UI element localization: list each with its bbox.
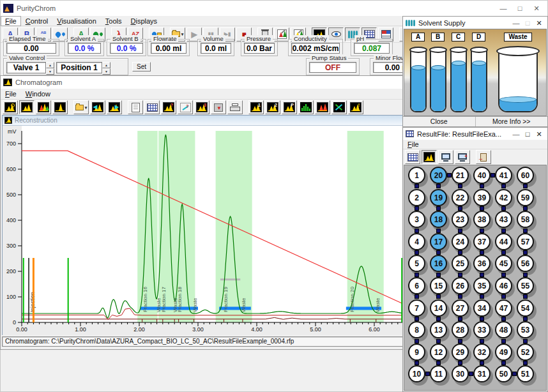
next-chromatogram-button[interactable]: ▶ — [107, 100, 122, 114]
menu-tools[interactable]: Tools — [101, 16, 126, 26]
well-14[interactable]: 14 — [430, 299, 447, 317]
well-6[interactable]: 6 — [408, 277, 425, 294]
well-3[interactable]: 3 — [408, 211, 425, 228]
well-42[interactable]: 42 — [495, 189, 512, 206]
view-preset-1-button[interactable]: 1 — [248, 100, 264, 114]
reconstruction-chart[interactable]: 0100200300400500600700mV0.001.002.003.00… — [3, 126, 407, 335]
well-19[interactable]: 19 — [430, 189, 447, 206]
well-13[interactable]: 13 — [430, 321, 447, 338]
well-23[interactable]: 23 — [452, 211, 469, 228]
resultfile-close-button[interactable]: ✕ — [533, 128, 545, 140]
menu-visualisation[interactable]: Visualisation — [52, 16, 101, 26]
time-axis-display-button[interactable] — [3, 100, 18, 114]
well-55[interactable]: 55 — [517, 277, 534, 294]
well-27[interactable]: 27 — [452, 299, 469, 317]
solvent-maximize-button[interactable]: □ — [522, 17, 533, 29]
well-39[interactable]: 39 — [473, 189, 491, 206]
valve-position-select[interactable]: Position 1 — [56, 62, 102, 73]
open-chromatogram-button[interactable]: ▾ — [73, 100, 89, 114]
previous-chromatogram-button[interactable]: ◀ — [90, 100, 105, 114]
resultfile-maximize-button[interactable]: □ — [522, 128, 533, 140]
well-44[interactable]: 44 — [495, 233, 512, 250]
well-32[interactable]: 32 — [473, 343, 491, 361]
well-18[interactable]: 18 — [430, 211, 447, 228]
well-4[interactable]: 4 — [408, 233, 425, 250]
well-43[interactable]: 43 — [495, 211, 512, 228]
well-24[interactable]: 24 — [452, 233, 469, 250]
baseline-display-button[interactable]: ! — [348, 100, 363, 114]
calibration-help-button[interactable]: ? — [178, 100, 193, 114]
well-60[interactable]: 60 — [517, 167, 534, 184]
well-8[interactable]: 8 — [408, 321, 425, 338]
exit-resultfile-button[interactable]: → — [476, 150, 491, 164]
solvent-close-action[interactable]: Close — [403, 117, 476, 126]
well-38[interactable]: 38 — [473, 211, 491, 228]
well-58[interactable]: 58 — [517, 211, 534, 228]
well-35[interactable]: 35 — [473, 277, 491, 294]
menu-file[interactable]: File — [403, 139, 423, 149]
well-41[interactable]: 41 — [495, 167, 512, 184]
well-37[interactable]: 37 — [473, 233, 491, 250]
valve-select[interactable]: Valve 1 — [6, 62, 46, 73]
menu-displays[interactable]: Displays — [126, 16, 162, 26]
well-12[interactable]: 12 — [430, 343, 447, 361]
well-22[interactable]: 22 — [452, 189, 469, 206]
well-57[interactable]: 57 — [517, 233, 534, 250]
well-26[interactable]: 26 — [452, 277, 469, 294]
well-53[interactable]: 53 — [517, 321, 534, 338]
set-valve-button[interactable]: Set — [132, 62, 151, 72]
well-48[interactable]: 48 — [495, 321, 512, 338]
well-52[interactable]: 52 — [517, 343, 534, 361]
well-47[interactable]: 47 — [495, 299, 512, 317]
export-data-button[interactable]: ▼ — [211, 100, 226, 114]
menu-file[interactable]: File — [1, 89, 21, 99]
well-20[interactable]: 20 — [430, 167, 447, 184]
print-button[interactable] — [227, 100, 243, 114]
xy-display-button[interactable] — [331, 100, 347, 114]
close-button[interactable]: ✕ — [528, 3, 545, 14]
view-preset-2-button[interactable]: 2 — [265, 100, 280, 114]
multi-signal-display-button[interactable] — [36, 100, 51, 114]
peak-display-button[interactable] — [52, 100, 68, 114]
well-34[interactable]: 34 — [473, 299, 491, 317]
rack-view-button[interactable] — [405, 150, 420, 164]
bar-display-button[interactable] — [298, 100, 314, 114]
well-15[interactable]: 15 — [430, 277, 447, 294]
add-report-button[interactable]: + — [455, 150, 470, 164]
well-40[interactable]: 40 — [473, 167, 491, 184]
peak-identification-button[interactable]: ? — [161, 100, 176, 114]
well-46[interactable]: 46 — [495, 277, 512, 294]
menu-window[interactable]: Window — [21, 89, 55, 99]
maximize-button[interactable]: □ — [512, 3, 528, 14]
well-28[interactable]: 28 — [452, 321, 469, 338]
well-21[interactable]: 21 — [452, 167, 469, 184]
well-17[interactable]: 17 — [430, 233, 447, 250]
report-settings-button[interactable] — [128, 100, 143, 114]
minimize-button[interactable]: — — [495, 3, 512, 14]
well-33[interactable]: 33 — [473, 321, 491, 338]
integration-settings-button[interactable] — [144, 100, 160, 114]
report-view-button[interactable] — [438, 150, 453, 164]
well-49[interactable]: 49 — [495, 343, 512, 361]
chart-area[interactable]: 0100200300400500600700mV0.001.002.003.00… — [3, 126, 407, 335]
menu-file[interactable]: File — [1, 16, 21, 26]
solvent-close-button[interactable]: ✕ — [533, 17, 545, 29]
position-spinner[interactable]: ▲▼ — [102, 62, 110, 73]
well-29[interactable]: 29 — [452, 343, 469, 361]
menu-control[interactable]: Control — [21, 16, 52, 26]
well-54[interactable]: 54 — [517, 299, 534, 317]
well-9[interactable]: 9 — [408, 343, 425, 361]
well-7[interactable]: 7 — [408, 299, 425, 317]
solvent-minimize-button[interactable]: — — [510, 17, 522, 29]
chromatogram-view-button[interactable] — [422, 150, 437, 164]
overlay-display-button[interactable] — [315, 100, 330, 114]
valve-spinner[interactable]: ▲▼ — [46, 62, 54, 73]
solvent-more-info-action[interactable]: More Info >> — [476, 117, 548, 126]
well-1[interactable]: 1 — [408, 167, 425, 184]
view-preset-p-button[interactable]: P — [282, 100, 297, 114]
well-59[interactable]: 59 — [517, 189, 534, 206]
chromatogram-display-button[interactable] — [19, 100, 34, 114]
peak-calculation-button[interactable]: 3 — [194, 100, 209, 114]
well-2[interactable]: 2 — [408, 189, 425, 206]
resultfile-minimize-button[interactable]: — — [510, 128, 522, 140]
